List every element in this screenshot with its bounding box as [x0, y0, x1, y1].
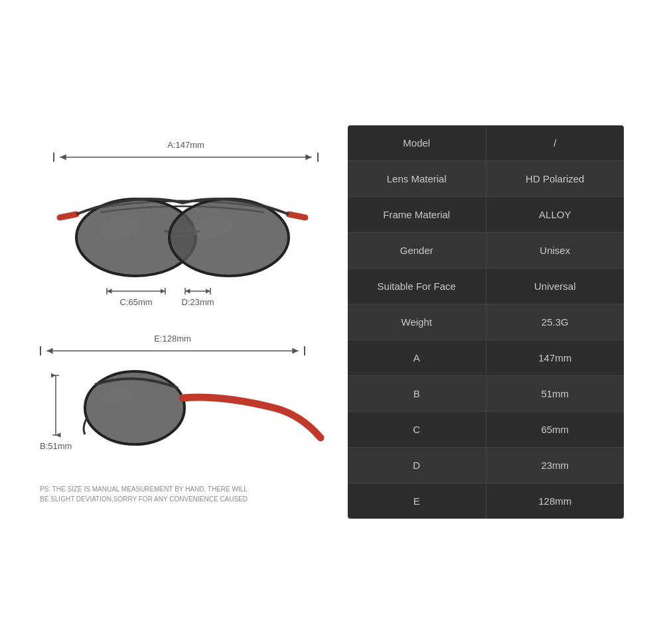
spec-row-6: A 147mm — [348, 340, 624, 376]
spec-value-1: HD Polarized — [486, 161, 624, 196]
main-container: A:147mm — [0, 0, 657, 644]
spec-value-6: 147mm — [486, 340, 624, 375]
glasses-front-view — [46, 164, 325, 293]
dimension-e-label: E:128mm — [40, 334, 305, 344]
spec-row-0: Model / — [348, 125, 624, 161]
ps-note: PS: THE SIZE IS MANUAL MEASUREMENT BY HA… — [40, 484, 248, 504]
spec-row-2: Frame Material ALLOY — [348, 197, 624, 233]
spec-label-9: D — [348, 448, 486, 483]
svg-line-10 — [289, 214, 305, 218]
spec-row-8: C 65mm — [348, 412, 624, 448]
spec-label-1: Lens Material — [348, 161, 486, 196]
spec-label-3: Gender — [348, 233, 486, 268]
spec-label-8: C — [348, 412, 486, 447]
spec-value-10: 128mm — [486, 483, 624, 519]
spec-label-7: B — [348, 376, 486, 411]
dimension-b-label: B:51mm — [40, 441, 72, 451]
spec-label-5: Weight — [348, 304, 486, 340]
spec-row-10: E 128mm — [348, 483, 624, 519]
diagram-side: E:128mm — [40, 334, 332, 458]
spec-row-1: Lens Material HD Polarized — [348, 161, 624, 197]
spec-value-3: Unisex — [486, 233, 624, 268]
spec-label-4: Suitable For Face — [348, 269, 486, 304]
spec-value-0: / — [486, 125, 624, 161]
dimension-d-label: D:23mm — [181, 297, 214, 307]
spec-value-5: 25.3G — [486, 304, 624, 340]
spec-value-8: 65mm — [486, 412, 624, 447]
spec-row-9: D 23mm — [348, 448, 624, 483]
dimension-a-label: A:147mm — [53, 140, 319, 150]
svg-line-9 — [60, 214, 76, 218]
spec-label-2: Frame Material — [348, 197, 486, 232]
spec-value-9: 23mm — [486, 448, 624, 483]
spec-label-10: E — [348, 483, 486, 519]
left-panel: A:147mm — [33, 140, 348, 504]
spec-label-0: Model — [348, 125, 486, 161]
spec-value-4: Universal — [486, 269, 624, 304]
spec-label-6: A — [348, 340, 486, 375]
spec-row-7: B 51mm — [348, 376, 624, 412]
spec-value-7: 51mm — [486, 376, 624, 411]
spec-row-5: Weight 25.3G — [348, 304, 624, 340]
diagram-top: A:147mm — [46, 140, 325, 307]
glasses-side-view: B:51mm — [40, 358, 332, 458]
spec-row-3: Gender Unisex — [348, 233, 624, 269]
specs-table: Model / Lens Material HD Polarized Frame… — [348, 125, 624, 519]
dimension-c-label: C:65mm — [119, 297, 152, 307]
spec-value-2: ALLOY — [486, 197, 624, 232]
spec-row-4: Suitable For Face Universal — [348, 269, 624, 304]
